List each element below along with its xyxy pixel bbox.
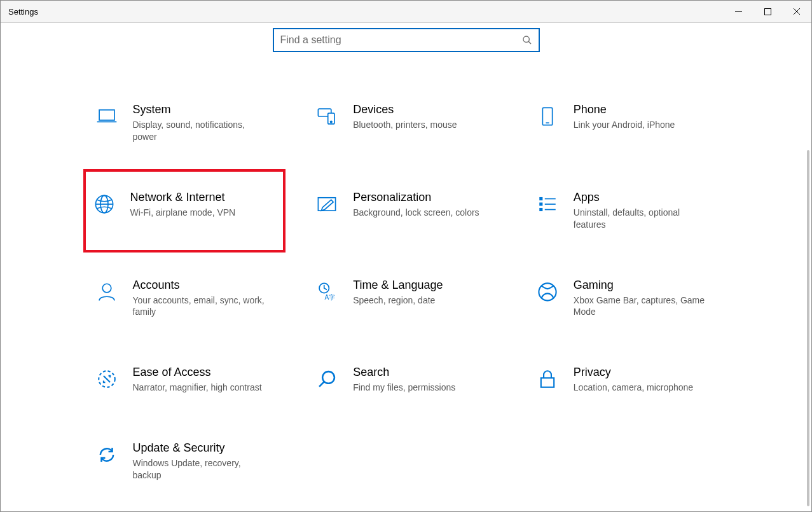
svg-rect-22 — [545, 209, 556, 210]
svg-rect-6 — [99, 110, 114, 120]
category-search[interactable]: Search Find my files, permissions — [308, 359, 504, 400]
scrollbar[interactable] — [805, 150, 811, 506]
svg-point-28 — [322, 371, 334, 384]
svg-point-26 — [539, 283, 556, 300]
category-desc: Find my files, permissions — [353, 382, 486, 394]
category-desc: Xbox Game Bar, captures, Game Mode — [574, 294, 707, 319]
svg-rect-17 — [539, 197, 542, 200]
category-title: Accounts — [133, 279, 277, 292]
category-desc: Wi-Fi, airplane mode, VPN — [130, 207, 264, 219]
category-network[interactable]: Network & Internet Wi-Fi, airplane mode,… — [83, 169, 286, 253]
access-icon — [95, 367, 119, 391]
svg-point-23 — [102, 284, 111, 293]
globe-icon — [92, 192, 116, 216]
svg-rect-1 — [764, 8, 771, 15]
titlebar: Settings — [1, 1, 811, 23]
svg-line-29 — [319, 382, 324, 387]
svg-rect-19 — [539, 208, 542, 211]
search-box[interactable] — [273, 28, 540, 52]
category-title: System — [133, 103, 277, 116]
svg-rect-18 — [539, 202, 542, 205]
svg-line-5 — [528, 41, 531, 44]
category-system[interactable]: System Display, sound, notifications, po… — [88, 97, 284, 149]
category-devices[interactable]: Devices Bluetooth, printers, mouse — [308, 97, 504, 149]
category-desc: Your accounts, email, sync, work, family — [133, 294, 266, 319]
category-desc: Display, sound, notifications, power — [133, 119, 266, 143]
settings-categories-grid: System Display, sound, notifications, po… — [88, 97, 724, 488]
devices-icon — [315, 104, 339, 128]
category-desc: Link your Android, iPhone — [574, 119, 707, 131]
category-title: Update & Security — [133, 441, 277, 455]
category-title: Time & Language — [353, 279, 497, 292]
category-desc: Uninstall, defaults, optional features — [574, 207, 707, 231]
window-controls — [724, 1, 811, 22]
category-accounts[interactable]: Accounts Your accounts, email, sync, wor… — [88, 272, 284, 325]
category-apps[interactable]: Apps Uninstall, defaults, optional featu… — [529, 184, 724, 237]
scrollbar-thumb[interactable] — [807, 150, 809, 506]
category-desc: Background, lock screen, colors — [353, 207, 486, 219]
xbox-icon — [535, 280, 560, 304]
svg-rect-20 — [545, 198, 556, 199]
lock-icon — [535, 367, 560, 391]
category-title: Phone — [574, 103, 718, 116]
category-title: Network & Internet — [130, 191, 284, 204]
category-privacy[interactable]: Privacy Location, camera, microphone — [529, 359, 724, 400]
maximize-button[interactable] — [753, 1, 782, 22]
category-title: Devices — [353, 103, 497, 116]
category-personalization[interactable]: Personalization Background, lock screen,… — [308, 184, 504, 237]
category-time-language[interactable]: A字 Time & Language Speech, region, date — [308, 272, 504, 325]
category-update-security[interactable]: Update & Security Windows Update, recove… — [88, 435, 284, 488]
svg-rect-21 — [545, 204, 556, 205]
window-title: Settings — [8, 7, 38, 17]
category-title: Privacy — [574, 366, 718, 379]
category-desc: Windows Update, recovery, backup — [133, 457, 266, 481]
apps-icon — [535, 192, 560, 216]
search-icon — [522, 35, 532, 45]
category-title: Personalization — [353, 191, 497, 204]
svg-text:A字: A字 — [325, 293, 336, 300]
svg-point-4 — [523, 36, 529, 42]
sync-icon — [95, 443, 119, 467]
category-title: Apps — [574, 191, 718, 204]
category-desc: Location, camera, microphone — [574, 382, 707, 394]
category-ease-of-access[interactable]: Ease of Access Narrator, magnifier, high… — [88, 359, 284, 400]
svg-point-10 — [331, 121, 333, 123]
category-desc: Bluetooth, printers, mouse — [353, 119, 486, 131]
phone-icon — [535, 104, 560, 128]
category-desc: Speech, region, date — [353, 294, 486, 307]
minimize-button[interactable] — [724, 1, 753, 22]
category-desc: Narrator, magnifier, high contrast — [133, 382, 266, 394]
category-title: Gaming — [574, 279, 718, 292]
svg-rect-30 — [541, 378, 554, 387]
category-title: Ease of Access — [133, 366, 277, 379]
timezone-icon: A字 — [315, 280, 339, 304]
person-icon — [95, 280, 119, 304]
pen-icon — [315, 192, 339, 216]
search-input[interactable] — [280, 34, 517, 46]
category-title: Search — [353, 366, 497, 379]
close-button[interactable] — [782, 1, 811, 22]
laptop-icon — [95, 104, 119, 128]
category-gaming[interactable]: Gaming Xbox Game Bar, captures, Game Mod… — [529, 272, 724, 325]
category-phone[interactable]: Phone Link your Android, iPhone — [529, 97, 724, 149]
magnify-icon — [315, 367, 339, 391]
